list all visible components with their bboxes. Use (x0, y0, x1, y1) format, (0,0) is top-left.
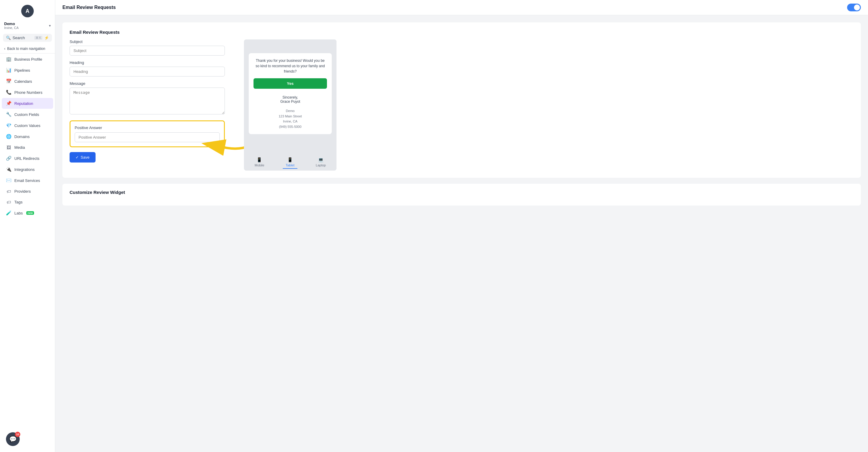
avatar: A (21, 5, 34, 17)
new-badge: new (26, 211, 34, 215)
positive-answer-input[interactable] (75, 132, 220, 142)
preview-inner: Thank you for your business! Would you b… (244, 39, 337, 153)
sidebar-item-label-calendars: Calendars (14, 79, 32, 84)
sidebar-item-custom-values[interactable]: 💎 Custom Values (2, 120, 53, 131)
url-redirects-icon: 🔗 (6, 156, 11, 161)
preview-card: Thank you for your business! Would you b… (249, 53, 332, 134)
search-icon: 🔍 (6, 35, 11, 40)
sidebar-item-tags[interactable]: 🏷 Tags (2, 197, 53, 207)
form-layout: Subject Heading Message Positive Answer (69, 39, 854, 171)
sidebar-item-calendars[interactable]: 📅 Calendars (2, 76, 53, 87)
tablet-tab-label: Tablet (286, 163, 294, 167)
heading-input[interactable] (69, 67, 225, 77)
pipelines-icon: 📊 (6, 67, 11, 73)
user-name: Demo (4, 22, 19, 26)
preview-tab-tablet[interactable]: 📱 Tablet (283, 156, 298, 169)
sidebar-item-reputation[interactable]: 📌 Reputation (2, 98, 53, 109)
integrations-icon: 🔌 (6, 167, 11, 172)
sidebar-item-labs[interactable]: 🧪 Labs new (2, 208, 53, 218)
preview-yes-button[interactable]: Yes (253, 78, 327, 89)
sidebar-item-integrations[interactable]: 🔌 Integrations (2, 164, 53, 175)
sidebar-item-providers[interactable]: 🏷 Providers (2, 186, 53, 197)
chat-fab[interactable]: 💬 10 (6, 432, 20, 446)
sidebar-item-label-custom-values: Custom Values (14, 123, 40, 128)
sidebar-item-business-profile[interactable]: 🏢 Business Profile (2, 54, 53, 64)
media-icon: 🖼 (6, 145, 11, 150)
nav-list: 🏢 Business Profile 📊 Pipelines 📅 Calenda… (0, 54, 55, 219)
mobile-tab-label: Mobile (255, 163, 264, 167)
user-menu[interactable]: Demo Irvine, CA ▾ (0, 20, 55, 33)
domains-icon: 🌐 (6, 134, 11, 139)
preview-tab-laptop[interactable]: 💻 Laptop (313, 156, 329, 169)
customize-review-section: Customize Review Widget (62, 184, 861, 206)
save-check-icon: ✓ (75, 155, 79, 159)
sidebar-item-phone-numbers[interactable]: 📞 Phone Numbers (2, 87, 53, 98)
sidebar-item-label-tags: Tags (14, 200, 22, 204)
sidebar-item-url-redirects[interactable]: 🔗 URL Redirects (2, 153, 53, 164)
message-label: Message (69, 81, 237, 86)
preview-tab-mobile[interactable]: 📱 Mobile (252, 156, 267, 169)
laptop-tab-icon: 💻 (318, 157, 324, 162)
top-bar: Email Review Requests (55, 0, 868, 15)
mobile-tab-icon: 📱 (256, 157, 262, 162)
sidebar-item-media[interactable]: 🖼 Media (2, 142, 53, 153)
sidebar-item-label-custom-fields: Custom Fields (14, 112, 39, 117)
sidebar-item-label-url-redirects: URL Redirects (14, 156, 39, 161)
avatar-container: A (0, 0, 55, 20)
labs-icon: 🧪 (6, 210, 11, 216)
tablet-tab-icon: 📱 (287, 157, 293, 162)
chevron-down-icon: ▾ (49, 24, 51, 28)
main-content: Email Review Requests Email Review Reque… (55, 0, 868, 452)
sidebar-item-email-services[interactable]: ✉️ Email Services (2, 175, 53, 186)
chat-badge: 10 (15, 432, 20, 437)
save-button[interactable]: ✓ Save (69, 152, 96, 162)
bolt-icon: ⚡ (44, 35, 49, 40)
positive-answer-box: Positive Answer (69, 120, 225, 147)
sidebar: A Demo Irvine, CA ▾ 🔍 Search ⌘ K ⚡ ‹ Bac… (0, 0, 55, 452)
back-nav-label: Back to main navigation (7, 47, 45, 51)
toggle-knob (854, 4, 860, 10)
preview-address-line3: Irvine, CA (253, 119, 327, 124)
email-review-section: Email Review Requests Subject Heading Me… (62, 22, 861, 178)
sidebar-item-label-providers: Providers (14, 189, 31, 193)
custom-fields-icon: 🔧 (6, 112, 11, 117)
back-to-main-nav[interactable]: ‹ Back to main navigation (0, 44, 55, 54)
form-column: Subject Heading Message Positive Answer (69, 39, 237, 171)
email-services-icon: ✉️ (6, 178, 11, 183)
sidebar-item-label-email-services: Email Services (14, 178, 40, 183)
search-bar[interactable]: 🔍 Search ⌘ K ⚡ (3, 34, 52, 42)
custom-values-icon: 💎 (6, 123, 11, 128)
sidebar-item-label-labs: Labs (14, 211, 23, 215)
sidebar-item-label-media: Media (14, 145, 25, 150)
section-title: Email Review Requests (69, 30, 854, 35)
calendars-icon: 📅 (6, 79, 11, 84)
phone-numbers-icon: 📞 (6, 90, 11, 95)
heading-row: Heading (69, 60, 237, 77)
user-location: Irvine, CA (4, 26, 19, 30)
heading-label: Heading (69, 60, 237, 65)
preview-tabs: 📱 Mobile 📱 Tablet 💻 Laptop (244, 153, 337, 171)
reputation-icon: 📌 (6, 101, 11, 106)
sidebar-item-label-domains: Domains (14, 134, 30, 139)
preview-address: Demo 123 Main Street Irvine, CA (949) 55… (253, 109, 327, 129)
page-title: Email Review Requests (62, 5, 116, 10)
sidebar-item-domains[interactable]: 🌐 Domains (2, 131, 53, 142)
back-arrow-icon: ‹ (4, 47, 5, 51)
tags-icon: 🏷 (6, 200, 11, 205)
laptop-tab-label: Laptop (316, 163, 326, 167)
search-shortcut: ⌘ K (34, 36, 42, 40)
sidebar-item-label-phone-numbers: Phone Numbers (14, 90, 42, 95)
sidebar-item-custom-fields[interactable]: 🔧 Custom Fields (2, 109, 53, 120)
business-profile-icon: 🏢 (6, 57, 11, 62)
providers-icon: 🏷 (6, 189, 11, 194)
sidebar-item-label-integrations: Integrations (14, 167, 35, 172)
subject-input[interactable] (69, 46, 225, 56)
sidebar-item-label-business-profile: Business Profile (14, 57, 42, 62)
preview-sincerely: Sincerely, (253, 95, 327, 99)
subject-row: Subject (69, 39, 237, 56)
content-area: Email Review Requests Subject Heading Me… (55, 15, 868, 213)
message-textarea[interactable] (69, 88, 225, 114)
sidebar-item-pipelines[interactable]: 📊 Pipelines (2, 65, 53, 76)
preview-address-line2: 123 Main Street (253, 114, 327, 119)
toggle-switch[interactable] (847, 4, 861, 11)
